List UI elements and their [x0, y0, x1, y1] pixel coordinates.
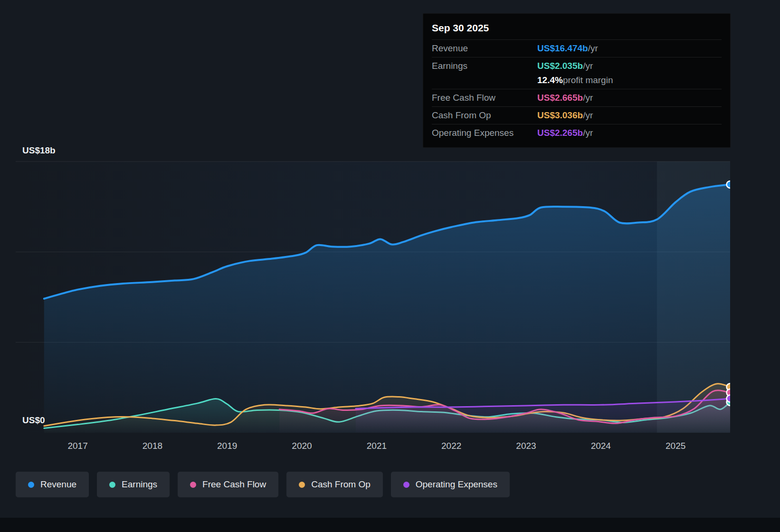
y-axis-label-bottom: US$0 [22, 415, 45, 426]
revenue-end-marker [727, 181, 734, 188]
bottom-bar [0, 518, 780, 532]
x-tick-label: 2022 [441, 441, 461, 451]
tooltip-value-revenue: US$16.474b [537, 43, 588, 54]
tooltip-label-opex: Operating Expenses [432, 128, 537, 138]
cashop-legend-dot-icon [299, 482, 305, 488]
tooltip-suffix-revenue: /yr [588, 43, 598, 54]
tooltip-suffix-earnings: /yr [583, 61, 593, 71]
tooltip-suffix-cashop: /yr [583, 110, 593, 121]
tooltip-label-cashop: Cash From Op [432, 110, 537, 121]
legend-item-opex[interactable]: Operating Expenses [391, 472, 510, 497]
opex-end-marker [727, 395, 734, 402]
y-axis-label-top: US$18b [22, 145, 56, 156]
x-tick-label: 2023 [516, 441, 536, 451]
tooltip-suffix-fcf: /yr [583, 93, 593, 103]
tooltip-row-cash-from-op: Cash From Op US$3.036b /yr [432, 106, 722, 124]
legend-label: Free Cash Flow [202, 479, 266, 490]
legend-label: Earnings [122, 479, 157, 490]
x-tick-label: 2020 [292, 441, 312, 451]
legend-label: Operating Expenses [416, 479, 497, 490]
x-tick-label: 2024 [591, 441, 611, 451]
legend-label: Cash From Op [311, 479, 371, 490]
legend-label: Revenue [40, 479, 76, 490]
fcf-legend-dot-icon [190, 482, 196, 488]
tooltip-row-free-cash-flow: Free Cash Flow US$2.665b /yr [432, 89, 722, 106]
x-axis-labels: 201720182019202020212022202320242025 [67, 441, 685, 451]
tooltip-suffix-opex: /yr [583, 128, 593, 138]
opex-legend-dot-icon [403, 482, 409, 488]
x-tick-label: 2025 [666, 441, 685, 451]
tooltip-label-revenue: Revenue [432, 43, 537, 54]
tooltip-date: Sep 30 2025 [432, 19, 722, 39]
tooltip-row-revenue: Revenue US$16.474b /yr [432, 39, 722, 57]
tooltip-suffix-margin: profit margin [563, 75, 613, 86]
x-tick-label: 2019 [217, 441, 237, 451]
revenue-legend-dot-icon [28, 482, 34, 488]
legend-item-fcf[interactable]: Free Cash Flow [178, 472, 278, 497]
tooltip-label-earnings: Earnings [432, 61, 537, 71]
x-tick-label: 2017 [67, 441, 87, 451]
legend-item-earnings[interactable]: Earnings [97, 472, 170, 497]
tooltip-label-fcf: Free Cash Flow [432, 93, 537, 103]
tooltip: Sep 30 2025 Revenue US$16.474b /yr Earni… [423, 13, 731, 148]
earnings-legend-dot-icon [109, 482, 115, 488]
tooltip-value-opex: US$2.265b [537, 128, 583, 138]
legend-item-cashop[interactable]: Cash From Op [286, 472, 383, 497]
x-tick-label: 2021 [367, 441, 387, 451]
tooltip-row-earnings: Earnings US$2.035b /yr [432, 57, 722, 75]
financial-chart-page: 201720182019202020212022202320242025 US$… [0, 0, 780, 532]
tooltip-value-fcf: US$2.665b [537, 93, 583, 103]
tooltip-value-margin: 12.4% [537, 75, 563, 86]
tooltip-row-profit-margin: 12.4% profit margin [432, 75, 722, 89]
tooltip-value-cashop: US$3.036b [537, 110, 583, 121]
x-tick-label: 2018 [143, 441, 162, 451]
tooltip-value-earnings: US$2.035b [537, 61, 583, 71]
tooltip-row-operating-expenses: Operating Expenses US$2.265b /yr [432, 124, 722, 142]
legend-item-revenue[interactable]: Revenue [16, 472, 89, 497]
legend: RevenueEarningsFree Cash FlowCash From O… [16, 472, 510, 497]
